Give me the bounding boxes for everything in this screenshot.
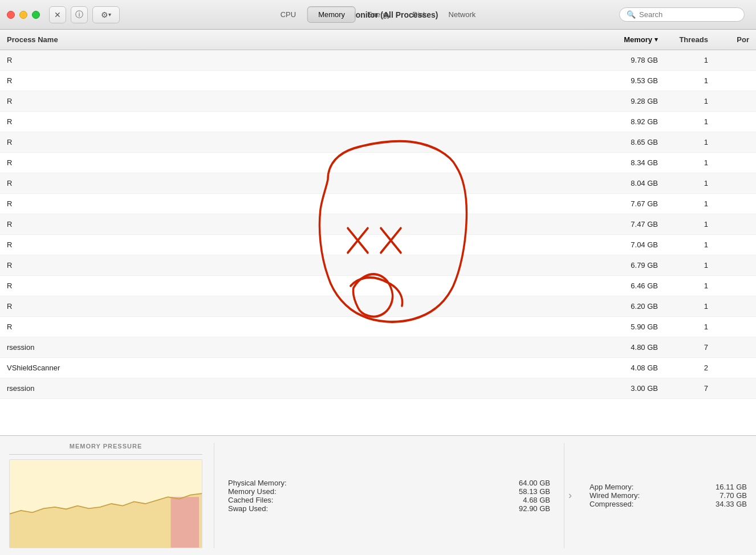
cell-memory: 4.08 GB [584, 364, 658, 372]
stat-value: 92.90 GB [519, 504, 550, 513]
table-row[interactable]: R 5.90 GB 1 [0, 317, 756, 337]
tab-network[interactable]: Network [438, 7, 486, 22]
arrow-separator: › [564, 443, 576, 548]
divider [9, 454, 202, 455]
cell-memory: 4.80 GB [584, 343, 658, 352]
table-row[interactable]: R 7.47 GB 1 [0, 214, 756, 235]
cell-memory: 6.46 GB [584, 281, 658, 290]
cell-process-name: R [7, 281, 584, 290]
bottom-panel: MEMORY PRESSURE Physical Memory: 64.00 G… [0, 435, 756, 555]
table-row[interactable]: R 6.46 GB 1 [0, 276, 756, 296]
cell-threads: 1 [658, 323, 715, 331]
tab-cpu[interactable]: CPU [270, 7, 306, 22]
cell-memory: 3.00 GB [584, 384, 658, 393]
cell-threads: 1 [658, 281, 715, 290]
cell-threads: 1 [658, 138, 715, 146]
memory-pressure-graph [9, 459, 202, 548]
stat-value: 58.13 GB [519, 487, 550, 496]
minimize-button[interactable] [19, 11, 27, 19]
gear-chevron-icon: ▾ [108, 11, 111, 18]
cell-memory: 7.67 GB [584, 199, 658, 208]
app-stat-value: 34.33 GB [716, 500, 747, 508]
maximize-button[interactable] [32, 11, 40, 19]
cell-threads: 1 [658, 158, 715, 167]
svg-rect-5 [170, 497, 199, 548]
cell-process-name: R [7, 240, 584, 249]
cell-process-name: R [7, 56, 584, 64]
table-row[interactable]: R 8.65 GB 1 [0, 132, 756, 153]
table-row[interactable]: R 8.92 GB 1 [0, 112, 756, 132]
cell-process-name: R [7, 302, 584, 311]
cell-process-name: R [7, 179, 584, 187]
table-row[interactable]: R 9.28 GB 1 [0, 91, 756, 112]
cell-process-name: rsession [7, 343, 584, 352]
table-row[interactable]: R 9.53 GB 1 [0, 71, 756, 91]
cell-memory: 9.78 GB [584, 56, 658, 64]
close-button[interactable] [7, 11, 15, 19]
cell-memory: 8.04 GB [584, 179, 658, 187]
cell-memory: 8.92 GB [584, 117, 658, 126]
stats-rows: Physical Memory: 64.00 GB Memory Used: 5… [228, 479, 550, 513]
cell-memory: 6.79 GB [584, 261, 658, 270]
table-row[interactable]: R 6.79 GB 1 [0, 255, 756, 276]
stats-section: Physical Memory: 64.00 GB Memory Used: 5… [214, 443, 564, 548]
cell-process-name: R [7, 261, 584, 270]
app-stat-value: 7.70 GB [720, 491, 747, 500]
titlebar: ✕ ⓘ ⚙ ▾ Activity Monitor (All Processes)… [0, 0, 756, 30]
gear-icon: ⚙ [101, 10, 108, 19]
tab-disk[interactable]: Disk [402, 7, 437, 22]
cell-memory: 7.04 GB [584, 240, 658, 249]
cell-threads: 1 [658, 261, 715, 270]
tab-bar: CPU Memory Energy Disk Network [270, 6, 486, 23]
cell-threads: 1 [658, 117, 715, 126]
gear-button[interactable]: ⚙ ▾ [92, 6, 120, 23]
cell-process-name: R [7, 323, 584, 331]
search-icon: 🔍 [627, 10, 636, 19]
pressure-graph-svg [10, 460, 202, 548]
stat-value: 4.68 GB [523, 496, 550, 504]
cell-threads: 1 [658, 97, 715, 105]
close-x-button[interactable]: ✕ [49, 6, 66, 23]
stat-value: 64.00 GB [519, 479, 550, 487]
column-process-name: Process Name [7, 35, 584, 44]
info-icon: ⓘ [75, 10, 83, 20]
table-rows-container: R 9.78 GB 1 R 9.53 GB 1 R 9.28 GB 1 R 8.… [0, 50, 756, 399]
table-row[interactable]: R 7.67 GB 1 [0, 194, 756, 214]
cell-threads: 1 [658, 179, 715, 187]
cell-threads: 1 [658, 56, 715, 64]
cell-threads: 7 [658, 384, 715, 393]
column-ports-header: Por [715, 35, 749, 44]
table-row[interactable]: VShieldScanner 4.08 GB 2 [0, 358, 756, 378]
table-row[interactable]: R 8.34 GB 1 [0, 153, 756, 173]
search-input[interactable] [639, 10, 737, 19]
cell-memory: 5.90 GB [584, 323, 658, 331]
app-stat-row: App Memory: 16.11 GB [590, 483, 747, 491]
app-stat-value: 16.11 GB [716, 483, 747, 491]
cell-process-name: rsession [7, 384, 584, 393]
cell-memory: 8.34 GB [584, 158, 658, 167]
column-threads-header[interactable]: Threads [658, 35, 715, 44]
app-stats-rows: App Memory: 16.11 GB Wired Memory: 7.70 … [590, 483, 747, 508]
cell-memory: 7.47 GB [584, 220, 658, 228]
cell-threads: 1 [658, 76, 715, 85]
stat-label: Swap Used: [228, 504, 268, 513]
info-button[interactable]: ⓘ [71, 6, 88, 23]
arrow-icon: › [568, 489, 572, 501]
cell-memory: 9.28 GB [584, 97, 658, 105]
table-row[interactable]: rsession 3.00 GB 7 [0, 378, 756, 399]
search-box[interactable]: 🔍 [619, 7, 745, 22]
cell-process-name: R [7, 158, 584, 167]
column-memory-header[interactable]: Memory ▾ [584, 35, 658, 44]
tab-memory[interactable]: Memory [307, 6, 356, 23]
tab-energy[interactable]: Energy [357, 7, 401, 22]
app-stat-row: Compressed: 34.33 GB [590, 500, 747, 508]
table-row[interactable]: R 6.20 GB 1 [0, 296, 756, 317]
memory-pressure-title: MEMORY PRESSURE [9, 443, 202, 450]
close-x-icon: ✕ [54, 10, 61, 19]
table-row[interactable]: R 7.04 GB 1 [0, 235, 756, 255]
cell-memory: 6.20 GB [584, 302, 658, 311]
table-row[interactable]: R 8.04 GB 1 [0, 173, 756, 194]
table-row[interactable]: rsession 4.80 GB 7 [0, 337, 756, 358]
cell-threads: 1 [658, 220, 715, 228]
table-row[interactable]: R 9.78 GB 1 [0, 50, 756, 71]
